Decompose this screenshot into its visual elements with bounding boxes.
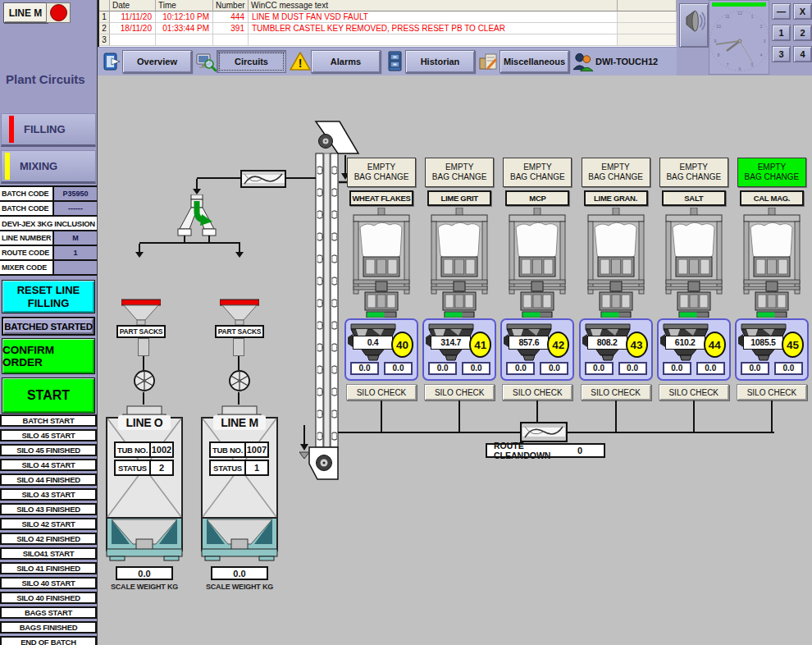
alarm-message-table: Date Time Number WinCC message text 1 11… (98, 0, 677, 47)
status-row: STATUS 2 (114, 460, 174, 476)
ingredient-label: LIME GRAN. (584, 190, 648, 206)
silo-number-badge: 43 (626, 332, 648, 358)
window-button[interactable]: 1 (772, 25, 791, 41)
bag-change-button[interactable]: EMPTY BAG CHANGE (425, 158, 494, 187)
discharge-line (771, 400, 773, 432)
window-button[interactable]: X (793, 3, 812, 20)
alarms-warning-icon: ! (289, 51, 311, 73)
silo-number-badge: 42 (547, 332, 569, 358)
svg-text:10: 10 (716, 24, 721, 29)
batch-step-item: SILO 43 FINISHED (0, 503, 97, 515)
historian-cabinet-icon (383, 51, 405, 73)
alarm-row[interactable]: 3 (99, 34, 677, 46)
flow-arrow-down (135, 252, 144, 258)
silo-check-button[interactable]: SILO CHECK (659, 384, 729, 400)
bag-change-button[interactable]: EMPTY BAG CHANGE (582, 158, 650, 187)
window-buttons: — X 1 2 3 4 (772, 3, 812, 62)
batch-step-item: SILO 45 FINISHED (0, 444, 97, 456)
window-control-panel: 12 1 2 3 4 5 6 7 8 9 10 11 — (677, 0, 812, 75)
confirm-order-button[interactable]: CONFIRM ORDER (2, 338, 95, 374)
bin-feed-line (143, 392, 144, 405)
actual-value: 0.0 (462, 362, 490, 375)
svg-text:12: 12 (737, 11, 742, 16)
rotary-valve[interactable] (228, 369, 251, 392)
circuits-icon (194, 51, 217, 73)
svg-text:!: ! (298, 57, 302, 70)
silo-station: EMPTY BAG CHANGE LIME GRAN. (579, 158, 653, 432)
hopper-weight-value: 314.7 (431, 336, 471, 350)
ingredient-label: MCP (505, 190, 569, 206)
weigh-hopper-panel: 314.7 41 0.0 0.0 (422, 318, 496, 381)
bag-change-button[interactable]: EMPTY BAG CHANGE (503, 158, 572, 187)
tab-miscellaneous[interactable]: Miscellaneous (500, 50, 569, 73)
line-status-red-lamp (50, 4, 67, 21)
screw-conveyor-top (240, 170, 286, 188)
hopper-weight-value: 1085.5 (743, 336, 783, 350)
silo-check-button[interactable]: SILO CHECK (424, 384, 495, 400)
bag-unload-frame (347, 208, 416, 318)
filling-label: FILLING (24, 123, 66, 135)
bag-change-button[interactable]: EMPTY BAG CHANGE (347, 158, 416, 187)
downpipe (138, 338, 149, 356)
alarm-row[interactable]: 1 11/11/20 10:12:10 PM 444 LINE M DUST F… (99, 11, 677, 23)
discharge-line (693, 400, 695, 432)
hopper-weight-value: 808.2 (587, 336, 627, 350)
window-button[interactable]: 2 (793, 25, 812, 41)
batched-started-button[interactable]: BATCHED STARTED (2, 317, 95, 336)
batch-info-row: ROUTE CODE 1 (0, 246, 97, 261)
tab-historian[interactable]: Historian (405, 50, 475, 73)
silo-number-badge: 40 (391, 332, 413, 358)
downpipe (233, 338, 244, 356)
product-name: DEVI-JEX 3KG INCLUSION (0, 217, 97, 231)
setpoint-value: 0.0 (585, 362, 614, 375)
line-select-button[interactable]: LINE M (3, 2, 48, 23)
bag-change-button[interactable]: EMPTY BAG CHANGE (659, 158, 728, 187)
setpoint-value: 0.0 (663, 362, 691, 375)
alarm-header-row: Date Time Number WinCC message text (99, 0, 677, 11)
window-button[interactable]: — (772, 3, 791, 20)
silo-check-button[interactable]: SILO CHECK (737, 384, 807, 400)
batch-step-item: SILO41 START (0, 547, 97, 560)
sidebar-item-mixing[interactable]: MIXING (1, 150, 96, 184)
silo-check-button[interactable]: SILO CHECK (502, 384, 573, 400)
tub-number-row: TUB NO. 1002 (114, 441, 174, 458)
bag-change-button[interactable]: EMPTY BAG CHANGE (737, 158, 806, 187)
weigh-hopper-panel: 808.2 43 0.0 0.0 (579, 318, 653, 381)
reset-line-filling-button[interactable]: RESET LINE FILLING (2, 280, 95, 313)
tab-circuits[interactable]: Circuits (217, 50, 286, 73)
drop-pipe-line (143, 356, 144, 370)
batch-step-item: SILO 42 FINISHED (0, 533, 97, 545)
silo-number-badge: 41 (469, 332, 491, 358)
silo-check-button[interactable]: SILO CHECK (581, 384, 651, 400)
alarm-col-number: Number (213, 0, 249, 11)
actual-value: 0.0 (696, 362, 725, 375)
sidebar-item-filling[interactable]: FILLING (1, 113, 96, 147)
actual-value: 0.0 (384, 362, 413, 375)
start-button[interactable]: START (2, 377, 95, 414)
tub-number-row: TUB NO. 1007 (209, 441, 269, 458)
rotary-valve[interactable] (133, 369, 156, 392)
navigation-tab-bar: Overview Circuits ! Alarms Historian Mis… (98, 47, 681, 75)
alarm-row[interactable]: 2 18/11/20 01:33:44 PM 391 TUMBLER CASTE… (99, 23, 677, 34)
split-line (139, 242, 240, 244)
batch-info-row: MIXER CODE (0, 261, 97, 276)
window-button[interactable]: 4 (793, 46, 812, 62)
svg-text:9: 9 (714, 39, 716, 43)
batch-step-item: SILO 41 FINISHED (0, 562, 97, 574)
station-name-label: DWI-TOUCH12 (595, 57, 658, 66)
tab-alarms[interactable]: Alarms (311, 50, 381, 73)
flow-arrow-down (193, 189, 201, 194)
tab-overview[interactable]: Overview (122, 50, 192, 73)
silo-check-button[interactable]: SILO CHECK (346, 384, 417, 400)
silo-station: EMPTY BAG CHANGE CAL MAG. (735, 158, 809, 432)
svg-text:4: 4 (760, 53, 762, 57)
bin-feed-line (238, 392, 239, 405)
line-status-indicator (46, 2, 71, 23)
window-button[interactable]: 3 (772, 46, 791, 62)
bag-unload-frame (425, 208, 494, 318)
hopper-weight-value: 610.2 (665, 336, 705, 350)
filling-status-bar (9, 116, 14, 143)
users-icon (572, 51, 594, 73)
alarm-horn-button[interactable] (679, 3, 709, 48)
scale-weight-value: 0.0 (211, 566, 268, 580)
